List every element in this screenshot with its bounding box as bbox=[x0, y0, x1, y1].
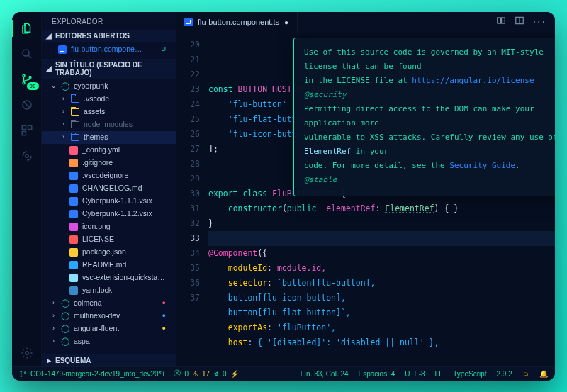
status-spaces[interactable]: Espacios: 4 bbox=[359, 370, 395, 378]
section-outline[interactable]: ▸ ESQUEMA bbox=[42, 354, 176, 366]
branch-icon bbox=[19, 370, 27, 378]
line-number: 22 bbox=[176, 67, 200, 82]
folder-root-sibling[interactable]: ›◯angular-fluent● bbox=[42, 323, 176, 335]
section-workspace[interactable]: ◢ SIN TÍTULO (ESPACIO DE TRABAJO) bbox=[42, 59, 176, 79]
more-icon[interactable]: ··· bbox=[533, 16, 546, 28]
hover-text: . bbox=[515, 161, 520, 170]
hover-text: in your bbox=[351, 147, 388, 156]
folder-root-sibling[interactable]: ›◯multinexo-dev● bbox=[42, 310, 176, 323]
chevron-down-icon: ⌄ bbox=[50, 81, 57, 91]
file-label: Cyberpunk-1.1.1.vsix bbox=[82, 196, 152, 206]
code-line[interactable]: selector: `button[flu-button], bbox=[208, 276, 555, 291]
code-line[interactable]: host: { '[disabled]': 'disabled || null'… bbox=[208, 335, 555, 350]
sidebar: EXPLORADOR ◢ EDITORES ABIERTOS flu-butto… bbox=[42, 12, 176, 366]
hover-tag: @security bbox=[304, 88, 555, 102]
folder-root[interactable]: ⌄ ◯ cyberpunk bbox=[42, 80, 176, 93]
line-number: 28 bbox=[176, 157, 200, 172]
status-branch[interactable]: COL-1479-mergear-2-dev19_into_dev20*+ bbox=[19, 370, 165, 378]
line-number: 36 bbox=[176, 276, 200, 291]
status-eol[interactable]: LF bbox=[435, 370, 444, 378]
code-area[interactable]: 202122232425262728293031323334353637 con… bbox=[176, 33, 555, 366]
open-editors-label: EDITORES ABIERTOS bbox=[55, 32, 130, 40]
file-item[interactable]: vsc-extension-quicksta… bbox=[42, 271, 176, 284]
line-number: 30 bbox=[176, 186, 200, 201]
folder-root-sibling[interactable]: ›◯aspa bbox=[42, 335, 176, 348]
folder-root-sibling[interactable]: ›◯colmena● bbox=[42, 297, 176, 310]
folder-item-selected[interactable]: ›themes bbox=[42, 131, 176, 144]
file-item[interactable]: .gitignore bbox=[42, 157, 176, 169]
file-item[interactable]: yarn.lock bbox=[42, 284, 176, 297]
workspace-label: SIN TÍTULO (ESPACIO DE TRABAJO) bbox=[55, 61, 172, 77]
file-item[interactable]: _config.yml bbox=[42, 144, 176, 157]
extensions-icon bbox=[21, 124, 33, 137]
file-item[interactable]: Cyberpunk-1.1.2.vsix bbox=[42, 208, 176, 220]
file-item[interactable]: LICENSE bbox=[42, 233, 176, 246]
hover-text: Permitting direct access to the DOM can … bbox=[304, 104, 534, 128]
svg-rect-5 bbox=[22, 125, 26, 129]
code-line[interactable]: moduleId: module.id, bbox=[208, 261, 555, 276]
folder-item[interactable]: ›node_modules bbox=[42, 118, 176, 131]
status-position[interactable]: Lín. 33, Col. 24 bbox=[301, 370, 349, 378]
bell-icon[interactable]: 🔔 bbox=[539, 370, 548, 378]
line-gutter: 202122232425262728293031323334353637 bbox=[176, 33, 208, 366]
search-icon bbox=[21, 47, 33, 60]
tab-active[interactable]: flu-button.component.ts ● bbox=[176, 12, 298, 33]
activity-settings[interactable] bbox=[12, 347, 42, 359]
file-label: icon.png bbox=[82, 221, 111, 232]
folder-item[interactable]: ›.vscode bbox=[42, 93, 176, 106]
open-editor-item[interactable]: flu-button.compone… U bbox=[42, 43, 176, 56]
open-editor-name: flu-button.compone… bbox=[71, 44, 142, 55]
file-item[interactable]: README.md bbox=[42, 259, 176, 271]
status-encoding[interactable]: UTF-8 bbox=[405, 370, 425, 378]
file-icon bbox=[69, 235, 79, 245]
folder-label: colmena bbox=[74, 298, 102, 308]
file-item[interactable]: package.json bbox=[42, 246, 176, 259]
code-line[interactable]: constructor(public _elementRef: ElementR… bbox=[208, 201, 555, 216]
code-line[interactable]: } bbox=[208, 216, 555, 231]
error-icon: ⓧ bbox=[174, 369, 181, 379]
file-item[interactable]: icon.png bbox=[42, 220, 176, 233]
activity-docker[interactable] bbox=[12, 150, 42, 162]
hover-text: vulnerable to XSS attacks. Carefully rev… bbox=[304, 133, 555, 142]
open-editor-modified: U bbox=[162, 44, 171, 55]
activity-extensions[interactable] bbox=[12, 124, 42, 137]
tab-bar: flu-button.component.ts ● ··· bbox=[176, 12, 555, 33]
folder-icon bbox=[70, 133, 80, 142]
status-problems[interactable]: ⓧ0 ⚠17 ↯0 ⚡ bbox=[174, 369, 238, 379]
activity-explorer[interactable] bbox=[12, 22, 42, 35]
folder-icon bbox=[70, 94, 80, 104]
code-line[interactable]: button[flu-flat-button]`, bbox=[208, 306, 555, 320]
tab-label: flu-button.component.ts bbox=[198, 18, 279, 26]
activity-scm[interactable]: 99 bbox=[12, 73, 42, 86]
folder-item[interactable]: ›assets bbox=[42, 106, 176, 118]
split-editor-icon[interactable] bbox=[515, 16, 524, 28]
bolt-icon: ⚡ bbox=[230, 370, 239, 378]
file-icon bbox=[69, 286, 79, 296]
status-language[interactable]: TypeScript bbox=[453, 370, 486, 378]
scm-dot-icon: ● bbox=[162, 310, 170, 321]
folder-label: node_modules bbox=[84, 119, 133, 130]
code-line[interactable]: button[flu-icon-button], bbox=[208, 291, 555, 306]
activity-search[interactable] bbox=[12, 47, 42, 60]
activity-debug[interactable] bbox=[12, 99, 42, 111]
file-item[interactable]: Cyberpunk-1.1.1.vsix bbox=[42, 195, 176, 208]
editor: flu-button.component.ts ● ··· 2021222324… bbox=[176, 12, 555, 366]
code-line[interactable]: exportAs: 'fluButton', bbox=[208, 320, 555, 335]
hover-link[interactable]: Security Guide bbox=[449, 161, 515, 170]
chevron-right-icon: › bbox=[50, 323, 57, 334]
code-line[interactable]: @Component({ bbox=[208, 246, 555, 261]
svg-point-13 bbox=[21, 371, 22, 372]
window-body: 99 EXPLORADOR ◢ EDITORES ABIERTOS bbox=[12, 12, 555, 366]
chevron-down-icon: ◢ bbox=[46, 65, 52, 72]
section-open-editors[interactable]: ◢ EDITORES ABIERTOS bbox=[42, 30, 176, 42]
folder-icon bbox=[70, 107, 80, 117]
file-icon bbox=[69, 209, 79, 219]
hover-link[interactable]: https://angular.io/license bbox=[412, 76, 534, 85]
svg-rect-11 bbox=[501, 18, 505, 23]
compare-icon[interactable] bbox=[496, 16, 506, 28]
status-version[interactable]: 2.9.2 bbox=[497, 370, 512, 378]
feedback-icon[interactable]: ☺ bbox=[522, 370, 529, 378]
file-item[interactable]: CHANGELOG.md bbox=[42, 182, 176, 195]
file-item[interactable]: .vscodeignore bbox=[42, 169, 176, 182]
line-number: 21 bbox=[176, 52, 200, 67]
